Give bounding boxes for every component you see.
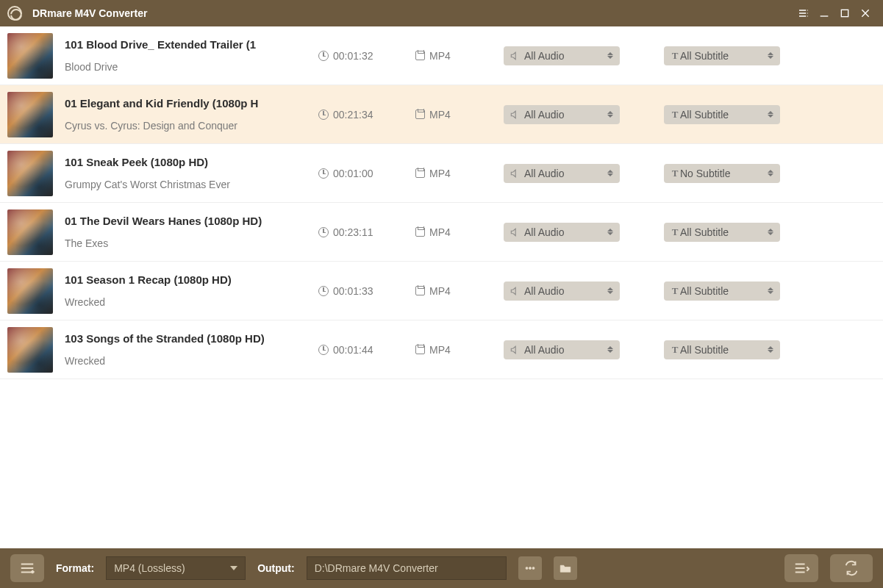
item-duration: 00:01:44 bbox=[318, 344, 415, 356]
speaker-icon bbox=[510, 168, 520, 179]
svg-point-1 bbox=[526, 567, 528, 570]
audio-value: All Audio bbox=[524, 50, 605, 62]
item-format: MP4 bbox=[415, 344, 504, 356]
audio-value: All Audio bbox=[524, 226, 605, 238]
subtitle-value: No Subtitle bbox=[680, 168, 765, 179]
chevron-updown-icon bbox=[605, 346, 615, 353]
item-format: MP4 bbox=[415, 226, 504, 238]
maximize-button[interactable] bbox=[834, 3, 855, 24]
speaker-icon bbox=[510, 110, 520, 120]
audio-select[interactable]: All Audio bbox=[504, 340, 620, 359]
audio-select[interactable]: All Audio bbox=[504, 105, 620, 124]
audio-value: All Audio bbox=[524, 285, 605, 297]
chevron-updown-icon bbox=[765, 52, 776, 59]
item-subtitle: Cyrus vs. Cyrus: Design and Conquer bbox=[65, 120, 318, 132]
item-duration: 00:01:33 bbox=[318, 285, 415, 297]
format-value: MP4 (Lossless) bbox=[114, 562, 185, 574]
subtitle-value: All Subtitle bbox=[680, 285, 765, 297]
chevron-updown-icon bbox=[765, 111, 776, 118]
app-title: DRmare M4V Converter bbox=[32, 7, 147, 19]
item-subtitle: Wrecked bbox=[65, 296, 318, 308]
audio-select[interactable]: All Audio bbox=[504, 46, 620, 65]
svg-point-3 bbox=[532, 567, 535, 570]
list-item[interactable]: 101 Season 1 Recap (1080p HD)Wrecked00:0… bbox=[0, 262, 883, 320]
clock-icon bbox=[318, 227, 329, 237]
list-item[interactable]: 101 Sneak Peek (1080p HD)Grumpy Cat's Wo… bbox=[0, 144, 883, 203]
item-subtitle: Wrecked bbox=[65, 355, 318, 367]
item-subtitle: Blood Drive bbox=[65, 61, 318, 73]
chevron-updown-icon bbox=[605, 287, 615, 294]
chevron-updown-icon bbox=[765, 170, 776, 176]
item-format: MP4 bbox=[415, 285, 504, 297]
output-path-text: D:\DRmare M4V Converter bbox=[315, 562, 438, 574]
subtitle-select[interactable]: TNo Subtitle bbox=[664, 164, 780, 183]
disk-icon bbox=[415, 110, 425, 119]
output-label: Output: bbox=[257, 562, 295, 574]
clock-icon bbox=[318, 345, 329, 355]
list-item[interactable]: 103 Songs of the Stranded (1080p HD)Wrec… bbox=[0, 320, 883, 379]
queue-button[interactable] bbox=[784, 554, 818, 582]
item-title: 101 Blood Drive_ Extended Trailer (1 bbox=[65, 38, 318, 51]
item-info: 101 Season 1 Recap (1080p HD)Wrecked bbox=[65, 273, 318, 308]
chevron-updown-icon bbox=[605, 111, 615, 118]
disk-icon bbox=[415, 286, 425, 295]
subtitle-value: All Subtitle bbox=[680, 226, 765, 238]
convert-button[interactable] bbox=[830, 554, 873, 582]
thumbnail bbox=[7, 33, 53, 79]
item-title: 01 Elegant and Kid Friendly (1080p H bbox=[65, 97, 318, 110]
minimize-button[interactable] bbox=[814, 3, 834, 24]
chevron-updown-icon bbox=[605, 170, 615, 176]
item-duration: 00:21:34 bbox=[318, 109, 415, 121]
item-format: MP4 bbox=[415, 109, 504, 121]
item-title: 101 Sneak Peek (1080p HD) bbox=[65, 156, 318, 168]
list-item[interactable]: 01 Elegant and Kid Friendly (1080p HCyru… bbox=[0, 85, 883, 144]
item-title: 101 Season 1 Recap (1080p HD) bbox=[65, 273, 318, 286]
audio-value: All Audio bbox=[524, 168, 605, 179]
chevron-updown-icon bbox=[605, 52, 615, 59]
disk-icon bbox=[415, 227, 425, 237]
item-info: 01 Elegant and Kid Friendly (1080p HCyru… bbox=[65, 97, 318, 132]
svg-point-2 bbox=[529, 567, 531, 570]
output-path-field[interactable]: D:\DRmare M4V Converter bbox=[307, 556, 507, 580]
add-files-button[interactable] bbox=[10, 554, 44, 582]
menu-button[interactable] bbox=[793, 3, 814, 24]
item-info: 01 The Devil Wears Hanes (1080p HD)The E… bbox=[65, 215, 318, 249]
audio-value: All Audio bbox=[524, 344, 605, 356]
audio-select[interactable]: All Audio bbox=[504, 164, 620, 183]
subtitle-select[interactable]: TAll Subtitle bbox=[664, 282, 780, 301]
subtitle-select[interactable]: TAll Subtitle bbox=[664, 105, 780, 124]
item-info: 103 Songs of the Stranded (1080p HD)Wrec… bbox=[65, 332, 318, 367]
item-subtitle: The Exes bbox=[65, 237, 318, 249]
open-folder-button[interactable] bbox=[554, 556, 577, 580]
format-select[interactable]: MP4 (Lossless) bbox=[106, 556, 246, 580]
subtitle-select[interactable]: TAll Subtitle bbox=[664, 46, 780, 65]
chevron-down-icon bbox=[230, 566, 237, 570]
speaker-icon bbox=[510, 227, 520, 237]
speaker-icon bbox=[510, 51, 520, 61]
item-duration: 00:01:32 bbox=[318, 50, 415, 62]
close-button[interactable] bbox=[855, 3, 876, 24]
list-item[interactable]: 01 The Devil Wears Hanes (1080p HD)The E… bbox=[0, 203, 883, 262]
text-icon: T bbox=[670, 285, 680, 297]
footer-bar: Format: MP4 (Lossless) Output: D:\DRmare… bbox=[0, 548, 883, 588]
clock-icon bbox=[318, 110, 329, 120]
item-format: MP4 bbox=[415, 168, 504, 179]
audio-select[interactable]: All Audio bbox=[504, 223, 620, 242]
item-info: 101 Sneak Peek (1080p HD)Grumpy Cat's Wo… bbox=[65, 156, 318, 190]
text-icon: T bbox=[670, 168, 680, 179]
thumbnail bbox=[7, 151, 53, 196]
disk-icon bbox=[415, 345, 425, 354]
app-logo-icon bbox=[7, 6, 22, 21]
subtitle-select[interactable]: TAll Subtitle bbox=[664, 340, 780, 359]
list-item[interactable]: 101 Blood Drive_ Extended Trailer (1Bloo… bbox=[0, 26, 883, 85]
chevron-updown-icon bbox=[605, 229, 615, 235]
browse-more-button[interactable] bbox=[518, 556, 542, 580]
titlebar: DRmare M4V Converter bbox=[0, 0, 883, 26]
text-icon: T bbox=[670, 226, 680, 238]
audio-select[interactable]: All Audio bbox=[504, 282, 620, 301]
speaker-icon bbox=[510, 345, 520, 355]
item-format: MP4 bbox=[415, 50, 504, 62]
subtitle-select[interactable]: TAll Subtitle bbox=[664, 223, 780, 242]
text-icon: T bbox=[670, 109, 680, 121]
speaker-icon bbox=[510, 286, 520, 296]
